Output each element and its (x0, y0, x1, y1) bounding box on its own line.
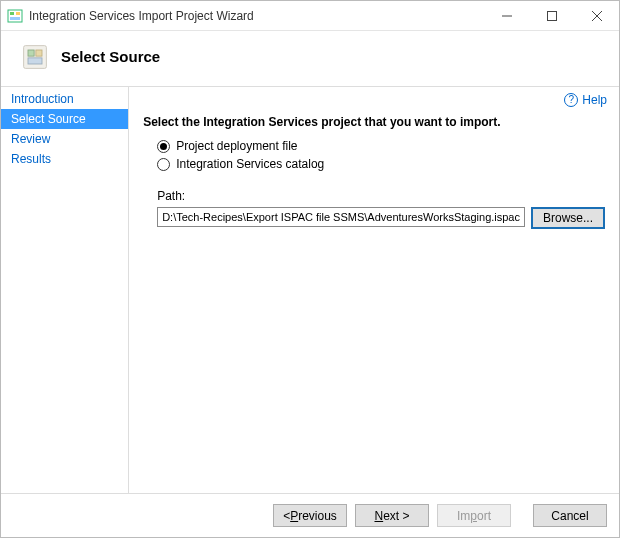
content-panel: ? Help Select the Integration Services p… (129, 87, 619, 493)
svg-rect-0 (8, 10, 22, 22)
svg-rect-11 (28, 57, 42, 63)
page-title: Select Source (61, 48, 160, 65)
window-title: Integration Services Import Project Wiza… (29, 9, 254, 23)
import-button: Import (437, 504, 511, 527)
sidebar: Introduction Select Source Review Result… (1, 87, 129, 493)
sidebar-item-introduction[interactable]: Introduction (1, 89, 128, 109)
radio-catalog[interactable]: Integration Services catalog (157, 157, 605, 171)
path-row: D:\Tech-Recipes\Export ISPAC file SSMS\A… (157, 207, 605, 229)
titlebar: Integration Services Import Project Wiza… (1, 1, 619, 31)
maximize-button[interactable] (529, 1, 574, 31)
app-icon (7, 8, 23, 24)
help-label: Help (582, 93, 607, 107)
wizard-body: Introduction Select Source Review Result… (1, 87, 619, 493)
radio-icon (157, 140, 170, 153)
radio-icon (157, 158, 170, 171)
help-link[interactable]: ? Help (564, 93, 607, 107)
minimize-button[interactable] (484, 1, 529, 31)
wizard-icon (19, 41, 51, 73)
cancel-button[interactable]: Cancel (533, 504, 607, 527)
radio-deployment-file[interactable]: Project deployment file (157, 139, 605, 153)
svg-rect-3 (10, 17, 20, 20)
path-input[interactable]: D:\Tech-Recipes\Export ISPAC file SSMS\A… (157, 207, 525, 227)
radio-label: Integration Services catalog (176, 157, 324, 171)
help-icon: ? (564, 93, 578, 107)
sidebar-item-select-source[interactable]: Select Source (1, 109, 128, 129)
next-button[interactable]: Next > (355, 504, 429, 527)
svg-rect-1 (10, 12, 14, 15)
instruction-text: Select the Integration Services project … (143, 115, 605, 129)
wizard-header: Select Source (1, 31, 619, 87)
sidebar-item-review[interactable]: Review (1, 129, 128, 149)
svg-rect-5 (547, 11, 556, 20)
browse-button[interactable]: Browse... (531, 207, 605, 229)
radio-label: Project deployment file (176, 139, 297, 153)
sidebar-item-results[interactable]: Results (1, 149, 128, 169)
svg-rect-10 (36, 50, 42, 56)
svg-rect-8 (24, 45, 47, 68)
previous-button[interactable]: < Previous (273, 504, 347, 527)
path-label: Path: (157, 189, 605, 203)
svg-rect-9 (28, 50, 34, 56)
wizard-footer: < Previous Next > Import Cancel (1, 493, 619, 537)
svg-rect-2 (16, 12, 20, 15)
close-button[interactable] (574, 1, 619, 31)
